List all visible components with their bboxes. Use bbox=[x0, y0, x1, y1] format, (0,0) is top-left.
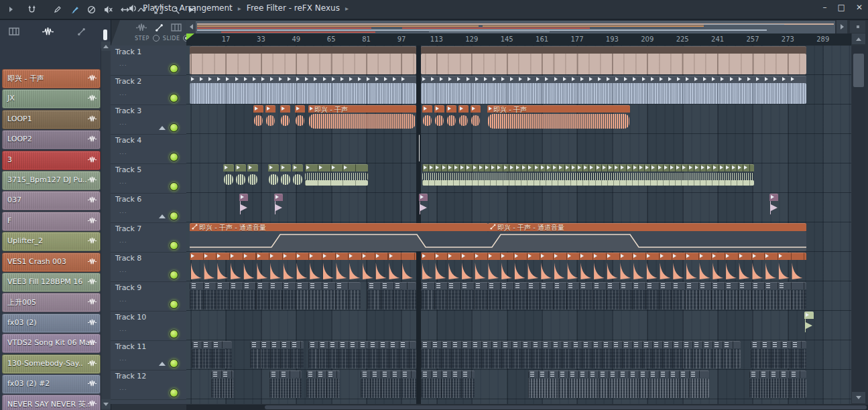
pattern-clip[interactable] bbox=[361, 370, 416, 399]
audio-clip[interactable] bbox=[253, 105, 263, 133]
picker-scroll-down-button[interactable] bbox=[101, 399, 111, 409]
playlist-tab-steps[interactable] bbox=[171, 23, 182, 32]
track-options-dots[interactable]: ... bbox=[119, 60, 127, 67]
audio-clip[interactable] bbox=[280, 105, 290, 133]
vertical-scroll-up-button[interactable] bbox=[852, 33, 865, 44]
step-toggle[interactable] bbox=[153, 35, 160, 42]
audio-clip[interactable]: 即兴 - 干声 bbox=[487, 105, 630, 133]
picker-item[interactable]: fx03 (2) bbox=[2, 314, 101, 333]
audio-clip[interactable] bbox=[190, 76, 416, 104]
breadcrumb-playlist[interactable]: Playlist - Arrangement bbox=[143, 3, 233, 13]
picker-item[interactable]: 即兴 - 干声 bbox=[2, 69, 101, 88]
audio-clip[interactable] bbox=[458, 105, 469, 133]
magnet-icon[interactable] bbox=[26, 4, 37, 15]
maximize-button[interactable]: □ bbox=[838, 3, 845, 12]
automation-clip[interactable]: 即兴 - 干声 - 通道音量 bbox=[488, 223, 806, 251]
pattern-clip[interactable] bbox=[211, 370, 234, 399]
pattern-clip[interactable] bbox=[749, 370, 806, 399]
vertical-scroll-down-button[interactable] bbox=[852, 392, 865, 403]
pattern-clip[interactable] bbox=[751, 341, 806, 369]
picker-item[interactable]: fx03 (2) #2 bbox=[2, 374, 101, 394]
group-collapse-icon[interactable] bbox=[159, 362, 166, 366]
audio-clip[interactable] bbox=[422, 105, 432, 133]
automation-curve[interactable] bbox=[190, 231, 488, 251]
track-options-dots[interactable]: ... bbox=[119, 208, 127, 214]
track-header[interactable]: Track 6... bbox=[111, 193, 186, 223]
audio-clip[interactable] bbox=[223, 164, 234, 192]
audio-clip[interactable] bbox=[268, 164, 279, 192]
track-header[interactable]: Track 4... bbox=[111, 134, 186, 164]
marker-clip[interactable] bbox=[239, 194, 248, 222]
track-header[interactable]: Track 3... bbox=[111, 105, 186, 135]
audio-clip[interactable] bbox=[235, 164, 246, 192]
pattern-clip[interactable] bbox=[308, 341, 416, 369]
track-header[interactable]: Track 2... bbox=[111, 75, 186, 105]
automation-curve[interactable] bbox=[488, 231, 806, 251]
picker-item[interactable]: 3 bbox=[2, 151, 101, 170]
audio-clip[interactable] bbox=[422, 164, 754, 192]
speaker-icon[interactable] bbox=[129, 4, 137, 13]
audio-clip[interactable] bbox=[265, 105, 275, 133]
audio-clip[interactable] bbox=[434, 105, 444, 133]
menu-arrow-icon[interactable] bbox=[5, 4, 16, 15]
track-header[interactable]: Track 7... bbox=[111, 222, 186, 253]
track-mute-led[interactable] bbox=[170, 182, 178, 191]
marker-clip[interactable] bbox=[274, 194, 283, 222]
audio-clip[interactable] bbox=[471, 105, 481, 133]
picker-item[interactable]: F bbox=[2, 212, 101, 231]
group-collapse-icon[interactable] bbox=[159, 214, 166, 218]
pattern-clip[interactable] bbox=[421, 282, 806, 310]
audio-clip[interactable] bbox=[190, 46, 416, 74]
mute-icon[interactable] bbox=[103, 4, 113, 15]
playlist-tab-audio[interactable] bbox=[136, 23, 147, 32]
pattern-clip[interactable] bbox=[367, 282, 416, 310]
track-options-dots[interactable]: ... bbox=[119, 296, 127, 303]
picker-tab-automation[interactable] bbox=[74, 24, 88, 39]
draw-icon[interactable] bbox=[52, 4, 63, 15]
paint-icon[interactable] bbox=[69, 4, 80, 15]
picker-item[interactable]: 3715_Bpm127 DJ Pu.. bbox=[2, 171, 101, 190]
picker-item[interactable]: VTDS2 Song Kit 06 Ma.. bbox=[2, 334, 101, 353]
pattern-clip[interactable] bbox=[192, 341, 232, 369]
group-collapse-icon[interactable] bbox=[159, 126, 166, 130]
marker-clip[interactable] bbox=[769, 194, 778, 222]
audio-clip[interactable] bbox=[421, 76, 806, 104]
track-mute-led[interactable] bbox=[170, 359, 178, 368]
audio-clip[interactable] bbox=[190, 253, 416, 281]
audio-clip[interactable]: 即兴 - 干声 bbox=[308, 105, 416, 133]
track-options-dots[interactable]: ... bbox=[119, 149, 127, 155]
picker-item[interactable]: JX bbox=[2, 89, 101, 109]
track-header[interactable]: Track 9... bbox=[111, 281, 186, 312]
track-options-dots[interactable]: ... bbox=[119, 90, 127, 96]
picker-item[interactable]: Uplifter_2 bbox=[2, 232, 101, 251]
vertical-scrollbar-thumb[interactable] bbox=[853, 54, 864, 87]
automation-clip[interactable]: 即兴 - 干声 - 通道音量 bbox=[190, 223, 488, 251]
track-header[interactable]: Track 12... bbox=[111, 370, 186, 400]
track-options-dots[interactable]: ... bbox=[119, 355, 127, 362]
picker-item[interactable]: VEE3 Fill 128BPM 16 bbox=[2, 273, 101, 292]
pattern-clip[interactable] bbox=[250, 341, 304, 369]
track-mute-led[interactable] bbox=[170, 330, 178, 338]
pattern-clip[interactable] bbox=[190, 282, 361, 310]
audio-clip[interactable] bbox=[446, 105, 456, 133]
pattern-clip[interactable] bbox=[421, 341, 741, 369]
picker-item[interactable]: 037 bbox=[2, 191, 101, 210]
track-header[interactable]: Track 1... bbox=[111, 46, 186, 76]
playlist-grid[interactable]: 即兴 - 干声即兴 - 干声即兴 - 干声 - 通道音量即兴 - 干声 - 通道… bbox=[186, 46, 851, 404]
marker-clip[interactable] bbox=[804, 312, 814, 340]
pattern-clip[interactable] bbox=[306, 370, 340, 399]
picker-tab-audio[interactable] bbox=[40, 24, 55, 39]
horizontal-scrollbar-thumb[interactable] bbox=[265, 405, 867, 409]
track-mute-led[interactable] bbox=[170, 241, 178, 250]
picker-tab-steps[interactable] bbox=[7, 24, 21, 39]
picker-scrollbar[interactable] bbox=[101, 48, 111, 410]
track-mute-led[interactable] bbox=[170, 153, 178, 161]
picker-item[interactable]: LOOP1 bbox=[2, 110, 101, 129]
track-header[interactable]: Track 5... bbox=[111, 163, 186, 194]
timeline-ruler[interactable]: 1733496581971131291451611771932092252412… bbox=[186, 33, 851, 46]
minimize-button[interactable]: – bbox=[823, 3, 827, 12]
audio-clip[interactable] bbox=[421, 253, 806, 281]
audio-clip[interactable] bbox=[292, 164, 303, 192]
picker-scroll-up-button[interactable] bbox=[101, 42, 111, 51]
track-mute-led[interactable] bbox=[170, 271, 178, 279]
